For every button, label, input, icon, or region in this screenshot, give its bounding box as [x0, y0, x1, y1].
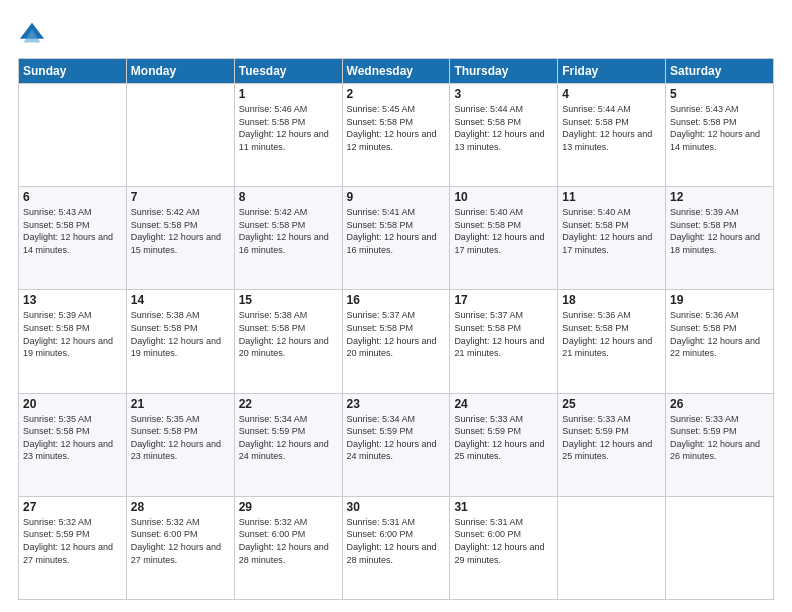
weekday-header: Saturday — [666, 59, 774, 84]
day-info: Sunrise: 5:33 AM Sunset: 5:59 PM Dayligh… — [454, 413, 553, 463]
day-number: 5 — [670, 87, 769, 101]
calendar-header: SundayMondayTuesdayWednesdayThursdayFrid… — [19, 59, 774, 84]
calendar-cell: 21Sunrise: 5:35 AM Sunset: 5:58 PM Dayli… — [126, 393, 234, 496]
day-number: 26 — [670, 397, 769, 411]
calendar-cell: 16Sunrise: 5:37 AM Sunset: 5:58 PM Dayli… — [342, 290, 450, 393]
weekday-header: Thursday — [450, 59, 558, 84]
day-number: 13 — [23, 293, 122, 307]
day-number: 20 — [23, 397, 122, 411]
calendar-cell: 29Sunrise: 5:32 AM Sunset: 6:00 PM Dayli… — [234, 496, 342, 599]
day-info: Sunrise: 5:38 AM Sunset: 5:58 PM Dayligh… — [131, 309, 230, 359]
day-number: 28 — [131, 500, 230, 514]
day-info: Sunrise: 5:35 AM Sunset: 5:58 PM Dayligh… — [131, 413, 230, 463]
calendar-cell — [666, 496, 774, 599]
day-number: 18 — [562, 293, 661, 307]
calendar-week-row: 27Sunrise: 5:32 AM Sunset: 5:59 PM Dayli… — [19, 496, 774, 599]
day-number: 12 — [670, 190, 769, 204]
day-number: 23 — [347, 397, 446, 411]
calendar-cell: 17Sunrise: 5:37 AM Sunset: 5:58 PM Dayli… — [450, 290, 558, 393]
page: SundayMondayTuesdayWednesdayThursdayFrid… — [0, 0, 792, 612]
calendar-cell: 25Sunrise: 5:33 AM Sunset: 5:59 PM Dayli… — [558, 393, 666, 496]
calendar-cell — [126, 84, 234, 187]
calendar-cell: 27Sunrise: 5:32 AM Sunset: 5:59 PM Dayli… — [19, 496, 127, 599]
calendar-week-row: 1Sunrise: 5:46 AM Sunset: 5:58 PM Daylig… — [19, 84, 774, 187]
calendar-week-row: 13Sunrise: 5:39 AM Sunset: 5:58 PM Dayli… — [19, 290, 774, 393]
day-number: 2 — [347, 87, 446, 101]
calendar-cell: 23Sunrise: 5:34 AM Sunset: 5:59 PM Dayli… — [342, 393, 450, 496]
day-info: Sunrise: 5:43 AM Sunset: 5:58 PM Dayligh… — [670, 103, 769, 153]
weekday-header: Wednesday — [342, 59, 450, 84]
day-info: Sunrise: 5:32 AM Sunset: 6:00 PM Dayligh… — [239, 516, 338, 566]
day-info: Sunrise: 5:37 AM Sunset: 5:58 PM Dayligh… — [347, 309, 446, 359]
day-info: Sunrise: 5:40 AM Sunset: 5:58 PM Dayligh… — [454, 206, 553, 256]
calendar-cell: 7Sunrise: 5:42 AM Sunset: 5:58 PM Daylig… — [126, 187, 234, 290]
day-info: Sunrise: 5:35 AM Sunset: 5:58 PM Dayligh… — [23, 413, 122, 463]
calendar-cell: 22Sunrise: 5:34 AM Sunset: 5:59 PM Dayli… — [234, 393, 342, 496]
day-number: 24 — [454, 397, 553, 411]
day-info: Sunrise: 5:36 AM Sunset: 5:58 PM Dayligh… — [670, 309, 769, 359]
calendar-week-row: 20Sunrise: 5:35 AM Sunset: 5:58 PM Dayli… — [19, 393, 774, 496]
calendar-cell — [558, 496, 666, 599]
day-number: 21 — [131, 397, 230, 411]
day-number: 25 — [562, 397, 661, 411]
calendar-cell: 14Sunrise: 5:38 AM Sunset: 5:58 PM Dayli… — [126, 290, 234, 393]
day-number: 6 — [23, 190, 122, 204]
day-number: 30 — [347, 500, 446, 514]
day-number: 22 — [239, 397, 338, 411]
day-number: 10 — [454, 190, 553, 204]
day-number: 9 — [347, 190, 446, 204]
calendar: SundayMondayTuesdayWednesdayThursdayFrid… — [18, 58, 774, 600]
day-number: 14 — [131, 293, 230, 307]
calendar-cell: 11Sunrise: 5:40 AM Sunset: 5:58 PM Dayli… — [558, 187, 666, 290]
day-info: Sunrise: 5:42 AM Sunset: 5:58 PM Dayligh… — [131, 206, 230, 256]
calendar-cell — [19, 84, 127, 187]
calendar-cell: 24Sunrise: 5:33 AM Sunset: 5:59 PM Dayli… — [450, 393, 558, 496]
day-number: 31 — [454, 500, 553, 514]
weekday-header: Friday — [558, 59, 666, 84]
header — [18, 16, 774, 48]
day-number: 4 — [562, 87, 661, 101]
day-info: Sunrise: 5:42 AM Sunset: 5:58 PM Dayligh… — [239, 206, 338, 256]
day-info: Sunrise: 5:34 AM Sunset: 5:59 PM Dayligh… — [239, 413, 338, 463]
calendar-cell: 9Sunrise: 5:41 AM Sunset: 5:58 PM Daylig… — [342, 187, 450, 290]
day-number: 3 — [454, 87, 553, 101]
calendar-cell: 31Sunrise: 5:31 AM Sunset: 6:00 PM Dayli… — [450, 496, 558, 599]
day-info: Sunrise: 5:32 AM Sunset: 6:00 PM Dayligh… — [131, 516, 230, 566]
weekday-row: SundayMondayTuesdayWednesdayThursdayFrid… — [19, 59, 774, 84]
day-info: Sunrise: 5:46 AM Sunset: 5:58 PM Dayligh… — [239, 103, 338, 153]
calendar-cell: 19Sunrise: 5:36 AM Sunset: 5:58 PM Dayli… — [666, 290, 774, 393]
weekday-header: Tuesday — [234, 59, 342, 84]
day-info: Sunrise: 5:34 AM Sunset: 5:59 PM Dayligh… — [347, 413, 446, 463]
day-info: Sunrise: 5:44 AM Sunset: 5:58 PM Dayligh… — [562, 103, 661, 153]
calendar-week-row: 6Sunrise: 5:43 AM Sunset: 5:58 PM Daylig… — [19, 187, 774, 290]
day-info: Sunrise: 5:38 AM Sunset: 5:58 PM Dayligh… — [239, 309, 338, 359]
day-number: 7 — [131, 190, 230, 204]
logo — [18, 20, 48, 48]
calendar-body: 1Sunrise: 5:46 AM Sunset: 5:58 PM Daylig… — [19, 84, 774, 600]
day-info: Sunrise: 5:33 AM Sunset: 5:59 PM Dayligh… — [562, 413, 661, 463]
calendar-cell: 10Sunrise: 5:40 AM Sunset: 5:58 PM Dayli… — [450, 187, 558, 290]
day-info: Sunrise: 5:33 AM Sunset: 5:59 PM Dayligh… — [670, 413, 769, 463]
calendar-cell: 3Sunrise: 5:44 AM Sunset: 5:58 PM Daylig… — [450, 84, 558, 187]
day-info: Sunrise: 5:40 AM Sunset: 5:58 PM Dayligh… — [562, 206, 661, 256]
day-number: 27 — [23, 500, 122, 514]
day-number: 16 — [347, 293, 446, 307]
day-info: Sunrise: 5:32 AM Sunset: 5:59 PM Dayligh… — [23, 516, 122, 566]
calendar-cell: 18Sunrise: 5:36 AM Sunset: 5:58 PM Dayli… — [558, 290, 666, 393]
calendar-cell: 30Sunrise: 5:31 AM Sunset: 6:00 PM Dayli… — [342, 496, 450, 599]
logo-icon — [18, 20, 46, 48]
calendar-cell: 26Sunrise: 5:33 AM Sunset: 5:59 PM Dayli… — [666, 393, 774, 496]
day-info: Sunrise: 5:31 AM Sunset: 6:00 PM Dayligh… — [347, 516, 446, 566]
calendar-cell: 13Sunrise: 5:39 AM Sunset: 5:58 PM Dayli… — [19, 290, 127, 393]
day-info: Sunrise: 5:43 AM Sunset: 5:58 PM Dayligh… — [23, 206, 122, 256]
calendar-cell: 2Sunrise: 5:45 AM Sunset: 5:58 PM Daylig… — [342, 84, 450, 187]
day-number: 15 — [239, 293, 338, 307]
weekday-header: Monday — [126, 59, 234, 84]
day-number: 17 — [454, 293, 553, 307]
calendar-cell: 5Sunrise: 5:43 AM Sunset: 5:58 PM Daylig… — [666, 84, 774, 187]
calendar-cell: 4Sunrise: 5:44 AM Sunset: 5:58 PM Daylig… — [558, 84, 666, 187]
day-number: 8 — [239, 190, 338, 204]
day-info: Sunrise: 5:39 AM Sunset: 5:58 PM Dayligh… — [670, 206, 769, 256]
calendar-cell: 6Sunrise: 5:43 AM Sunset: 5:58 PM Daylig… — [19, 187, 127, 290]
day-number: 19 — [670, 293, 769, 307]
